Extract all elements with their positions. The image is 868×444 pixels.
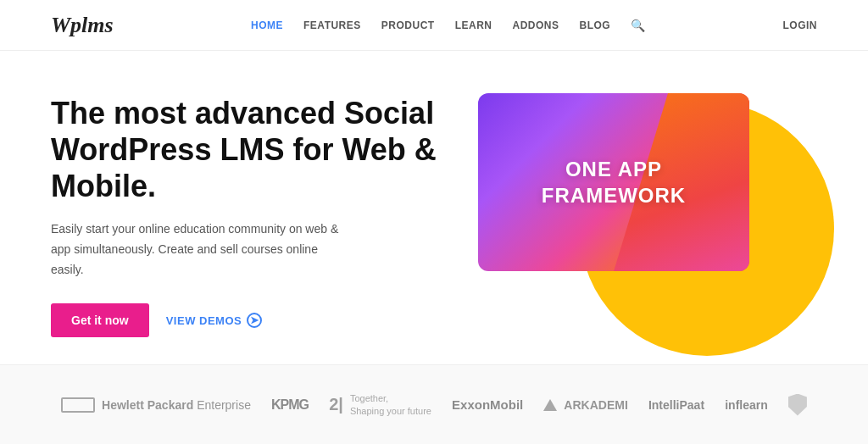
arkademi-label: ARKADEMI [564,398,627,412]
hero-graphic: ONE APP FRAMEWORK [461,68,843,356]
card-text: ONE APP FRAMEWORK [542,156,686,208]
nav-blog[interactable]: BLOG [580,19,611,31]
exxon-label: ExxonMobil [452,397,523,412]
nav-addons[interactable]: ADDONS [512,19,559,31]
nav-features[interactable]: FEATURES [303,19,361,31]
hpe-rect-icon [61,397,95,413]
hero-text-block: The most advanced Social WordPress LMS f… [51,95,441,338]
hero-title: The most advanced Social WordPress LMS f… [51,95,441,205]
partner-intellipaat: IntelliPaat [648,398,704,412]
get-it-now-button[interactable]: Get it now [51,303,149,337]
hero-description: Easily start your online education commu… [51,219,339,280]
inflearn-label: inflearn [725,398,768,412]
card-line2: FRAMEWORK [542,182,686,208]
partner-together: 2| Together,Shaping your future [329,392,431,417]
partner-inflearn: inflearn [725,398,768,412]
arrow-circle-icon: ➤ [247,313,262,328]
partner-kpmg: KPMG [271,397,309,413]
nav-learn[interactable]: LEARN [455,19,492,31]
view-demos-button[interactable]: VIEW DEMOS ➤ [166,313,263,328]
hero-section: The most advanced Social WordPress LMS f… [0,51,868,364]
hero-actions: Get it now VIEW DEMOS ➤ [51,303,441,337]
kpmg-label: KPMG [271,397,309,413]
search-icon[interactable]: 🔍 [631,19,645,32]
partner-exxon: ExxonMobil [452,397,523,412]
together-label: Together,Shaping your future [350,392,431,417]
intellipaat-label: IntelliPaat [648,398,704,412]
main-nav: HOME FEATURES PRODUCT LEARN ADDONS BLOG … [251,19,645,32]
partner-shield [788,394,807,416]
shield-logo-icon [788,394,807,416]
login-button[interactable]: LOGIN [783,19,818,31]
partner-hpe: Hewlett Packard Enterprise [61,397,251,413]
logo[interactable]: Wplms [51,13,114,38]
nav-product[interactable]: PRODUCT [381,19,435,31]
arkademi-triangle-icon [543,399,557,411]
nav-home[interactable]: HOME [251,19,283,31]
partner-arkademi: ARKADEMI [543,398,627,412]
card-line1: ONE APP [542,156,686,182]
view-demos-label: VIEW DEMOS [166,314,242,327]
partners-section: Hewlett Packard Enterprise KPMG 2| Toget… [0,364,868,444]
together-number: 2| [329,395,343,414]
hpe-label: Hewlett Packard Enterprise [102,398,251,412]
one-app-card: ONE APP FRAMEWORK [478,93,749,271]
header: Wplms HOME FEATURES PRODUCT LEARN ADDONS… [0,0,868,51]
